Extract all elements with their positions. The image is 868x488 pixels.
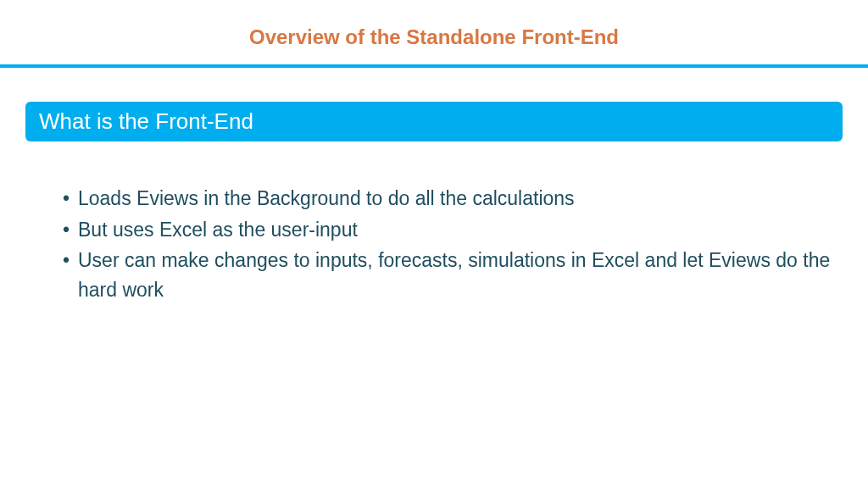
- slide-content: What is the Front-End Loads Eviews in th…: [0, 68, 868, 304]
- list-item: But uses Excel as the user-input: [63, 215, 843, 245]
- bullet-list: Loads Eviews in the Background to do all…: [25, 184, 843, 304]
- section-header: What is the Front-End: [25, 102, 843, 141]
- list-item: Loads Eviews in the Background to do all…: [63, 184, 843, 214]
- list-item: User can make changes to inputs, forecas…: [63, 246, 843, 304]
- slide-title: Overview of the Standalone Front-End: [0, 0, 868, 64]
